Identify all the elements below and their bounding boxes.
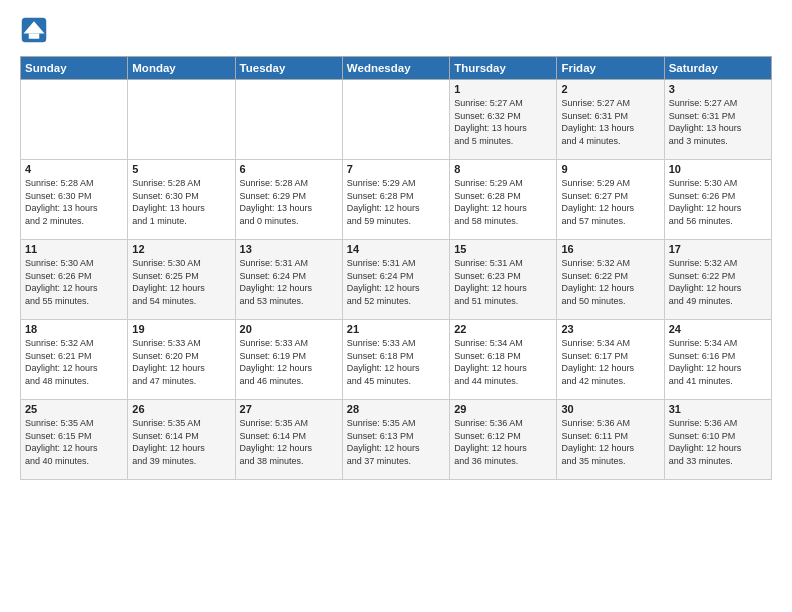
calendar-day-cell: 17Sunrise: 5:32 AM Sunset: 6:22 PM Dayli… bbox=[664, 240, 771, 320]
day-of-week-header: Wednesday bbox=[342, 57, 449, 80]
day-number: 1 bbox=[454, 83, 552, 95]
day-number: 20 bbox=[240, 323, 338, 335]
calendar-day-cell: 3Sunrise: 5:27 AM Sunset: 6:31 PM Daylig… bbox=[664, 80, 771, 160]
day-number: 6 bbox=[240, 163, 338, 175]
day-info: Sunrise: 5:36 AM Sunset: 6:10 PM Dayligh… bbox=[669, 417, 767, 467]
calendar-day-cell: 5Sunrise: 5:28 AM Sunset: 6:30 PM Daylig… bbox=[128, 160, 235, 240]
day-info: Sunrise: 5:34 AM Sunset: 6:17 PM Dayligh… bbox=[561, 337, 659, 387]
day-info: Sunrise: 5:30 AM Sunset: 6:25 PM Dayligh… bbox=[132, 257, 230, 307]
calendar-day-cell: 27Sunrise: 5:35 AM Sunset: 6:14 PM Dayli… bbox=[235, 400, 342, 480]
calendar-day-cell: 21Sunrise: 5:33 AM Sunset: 6:18 PM Dayli… bbox=[342, 320, 449, 400]
calendar-day-cell: 14Sunrise: 5:31 AM Sunset: 6:24 PM Dayli… bbox=[342, 240, 449, 320]
day-info: Sunrise: 5:33 AM Sunset: 6:20 PM Dayligh… bbox=[132, 337, 230, 387]
day-info: Sunrise: 5:29 AM Sunset: 6:28 PM Dayligh… bbox=[347, 177, 445, 227]
calendar-day-cell bbox=[21, 80, 128, 160]
day-info: Sunrise: 5:28 AM Sunset: 6:30 PM Dayligh… bbox=[25, 177, 123, 227]
calendar-day-cell: 24Sunrise: 5:34 AM Sunset: 6:16 PM Dayli… bbox=[664, 320, 771, 400]
day-of-week-header: Saturday bbox=[664, 57, 771, 80]
day-number: 29 bbox=[454, 403, 552, 415]
calendar-day-cell: 8Sunrise: 5:29 AM Sunset: 6:28 PM Daylig… bbox=[450, 160, 557, 240]
calendar-day-cell bbox=[235, 80, 342, 160]
day-number: 14 bbox=[347, 243, 445, 255]
day-info: Sunrise: 5:30 AM Sunset: 6:26 PM Dayligh… bbox=[25, 257, 123, 307]
day-info: Sunrise: 5:35 AM Sunset: 6:15 PM Dayligh… bbox=[25, 417, 123, 467]
day-info: Sunrise: 5:36 AM Sunset: 6:12 PM Dayligh… bbox=[454, 417, 552, 467]
calendar-day-cell: 10Sunrise: 5:30 AM Sunset: 6:26 PM Dayli… bbox=[664, 160, 771, 240]
day-info: Sunrise: 5:29 AM Sunset: 6:28 PM Dayligh… bbox=[454, 177, 552, 227]
calendar-week-row: 25Sunrise: 5:35 AM Sunset: 6:15 PM Dayli… bbox=[21, 400, 772, 480]
day-number: 28 bbox=[347, 403, 445, 415]
calendar-day-cell: 18Sunrise: 5:32 AM Sunset: 6:21 PM Dayli… bbox=[21, 320, 128, 400]
svg-rect-2 bbox=[29, 34, 40, 39]
day-of-week-header: Thursday bbox=[450, 57, 557, 80]
calendar-day-cell: 22Sunrise: 5:34 AM Sunset: 6:18 PM Dayli… bbox=[450, 320, 557, 400]
day-info: Sunrise: 5:29 AM Sunset: 6:27 PM Dayligh… bbox=[561, 177, 659, 227]
day-number: 16 bbox=[561, 243, 659, 255]
day-number: 17 bbox=[669, 243, 767, 255]
calendar-week-row: 4Sunrise: 5:28 AM Sunset: 6:30 PM Daylig… bbox=[21, 160, 772, 240]
logo bbox=[20, 16, 54, 44]
calendar-day-cell: 11Sunrise: 5:30 AM Sunset: 6:26 PM Dayli… bbox=[21, 240, 128, 320]
calendar-day-cell: 7Sunrise: 5:29 AM Sunset: 6:28 PM Daylig… bbox=[342, 160, 449, 240]
day-number: 27 bbox=[240, 403, 338, 415]
calendar-week-row: 11Sunrise: 5:30 AM Sunset: 6:26 PM Dayli… bbox=[21, 240, 772, 320]
day-info: Sunrise: 5:35 AM Sunset: 6:14 PM Dayligh… bbox=[132, 417, 230, 467]
day-number: 13 bbox=[240, 243, 338, 255]
calendar-day-cell: 29Sunrise: 5:36 AM Sunset: 6:12 PM Dayli… bbox=[450, 400, 557, 480]
calendar-day-cell: 15Sunrise: 5:31 AM Sunset: 6:23 PM Dayli… bbox=[450, 240, 557, 320]
day-info: Sunrise: 5:32 AM Sunset: 6:22 PM Dayligh… bbox=[561, 257, 659, 307]
day-info: Sunrise: 5:32 AM Sunset: 6:21 PM Dayligh… bbox=[25, 337, 123, 387]
calendar-day-cell: 1Sunrise: 5:27 AM Sunset: 6:32 PM Daylig… bbox=[450, 80, 557, 160]
day-number: 10 bbox=[669, 163, 767, 175]
calendar-day-cell: 28Sunrise: 5:35 AM Sunset: 6:13 PM Dayli… bbox=[342, 400, 449, 480]
day-info: Sunrise: 5:31 AM Sunset: 6:24 PM Dayligh… bbox=[240, 257, 338, 307]
calendar-day-cell: 26Sunrise: 5:35 AM Sunset: 6:14 PM Dayli… bbox=[128, 400, 235, 480]
calendar-day-cell: 20Sunrise: 5:33 AM Sunset: 6:19 PM Dayli… bbox=[235, 320, 342, 400]
day-info: Sunrise: 5:27 AM Sunset: 6:31 PM Dayligh… bbox=[561, 97, 659, 147]
calendar-day-cell: 6Sunrise: 5:28 AM Sunset: 6:29 PM Daylig… bbox=[235, 160, 342, 240]
day-number: 4 bbox=[25, 163, 123, 175]
day-number: 7 bbox=[347, 163, 445, 175]
calendar-day-cell: 2Sunrise: 5:27 AM Sunset: 6:31 PM Daylig… bbox=[557, 80, 664, 160]
day-number: 22 bbox=[454, 323, 552, 335]
calendar-day-cell: 25Sunrise: 5:35 AM Sunset: 6:15 PM Dayli… bbox=[21, 400, 128, 480]
calendar-day-cell: 30Sunrise: 5:36 AM Sunset: 6:11 PM Dayli… bbox=[557, 400, 664, 480]
calendar-week-row: 18Sunrise: 5:32 AM Sunset: 6:21 PM Dayli… bbox=[21, 320, 772, 400]
day-of-week-header: Friday bbox=[557, 57, 664, 80]
calendar-table: SundayMondayTuesdayWednesdayThursdayFrid… bbox=[20, 56, 772, 480]
day-number: 12 bbox=[132, 243, 230, 255]
day-number: 19 bbox=[132, 323, 230, 335]
day-number: 25 bbox=[25, 403, 123, 415]
day-number: 21 bbox=[347, 323, 445, 335]
calendar-day-cell: 31Sunrise: 5:36 AM Sunset: 6:10 PM Dayli… bbox=[664, 400, 771, 480]
day-info: Sunrise: 5:33 AM Sunset: 6:18 PM Dayligh… bbox=[347, 337, 445, 387]
day-number: 26 bbox=[132, 403, 230, 415]
day-number: 31 bbox=[669, 403, 767, 415]
calendar-day-cell: 16Sunrise: 5:32 AM Sunset: 6:22 PM Dayli… bbox=[557, 240, 664, 320]
day-info: Sunrise: 5:32 AM Sunset: 6:22 PM Dayligh… bbox=[669, 257, 767, 307]
day-number: 3 bbox=[669, 83, 767, 95]
day-number: 30 bbox=[561, 403, 659, 415]
page: SundayMondayTuesdayWednesdayThursdayFrid… bbox=[0, 0, 792, 490]
day-info: Sunrise: 5:34 AM Sunset: 6:18 PM Dayligh… bbox=[454, 337, 552, 387]
day-number: 24 bbox=[669, 323, 767, 335]
calendar-week-row: 1Sunrise: 5:27 AM Sunset: 6:32 PM Daylig… bbox=[21, 80, 772, 160]
calendar-day-cell: 13Sunrise: 5:31 AM Sunset: 6:24 PM Dayli… bbox=[235, 240, 342, 320]
calendar-day-cell: 9Sunrise: 5:29 AM Sunset: 6:27 PM Daylig… bbox=[557, 160, 664, 240]
day-number: 11 bbox=[25, 243, 123, 255]
calendar-day-cell: 12Sunrise: 5:30 AM Sunset: 6:25 PM Dayli… bbox=[128, 240, 235, 320]
header-row: SundayMondayTuesdayWednesdayThursdayFrid… bbox=[21, 57, 772, 80]
calendar-day-cell: 4Sunrise: 5:28 AM Sunset: 6:30 PM Daylig… bbox=[21, 160, 128, 240]
calendar-day-cell bbox=[128, 80, 235, 160]
day-info: Sunrise: 5:31 AM Sunset: 6:24 PM Dayligh… bbox=[347, 257, 445, 307]
day-info: Sunrise: 5:36 AM Sunset: 6:11 PM Dayligh… bbox=[561, 417, 659, 467]
day-info: Sunrise: 5:33 AM Sunset: 6:19 PM Dayligh… bbox=[240, 337, 338, 387]
day-info: Sunrise: 5:28 AM Sunset: 6:29 PM Dayligh… bbox=[240, 177, 338, 227]
day-info: Sunrise: 5:28 AM Sunset: 6:30 PM Dayligh… bbox=[132, 177, 230, 227]
day-number: 9 bbox=[561, 163, 659, 175]
day-number: 23 bbox=[561, 323, 659, 335]
day-info: Sunrise: 5:27 AM Sunset: 6:32 PM Dayligh… bbox=[454, 97, 552, 147]
day-info: Sunrise: 5:27 AM Sunset: 6:31 PM Dayligh… bbox=[669, 97, 767, 147]
day-info: Sunrise: 5:35 AM Sunset: 6:14 PM Dayligh… bbox=[240, 417, 338, 467]
calendar-day-cell bbox=[342, 80, 449, 160]
